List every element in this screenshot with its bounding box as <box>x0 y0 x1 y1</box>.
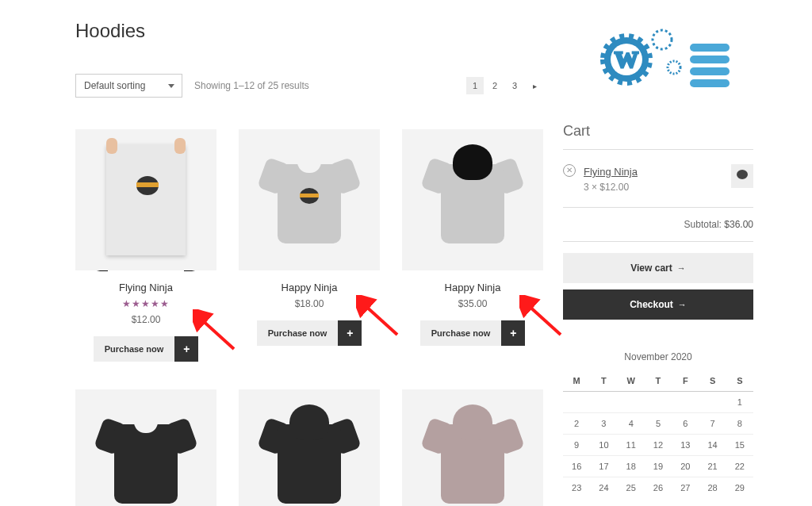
calendar-day <box>645 392 672 413</box>
calendar-title: November 2020 <box>563 351 753 362</box>
purchase-button[interactable]: Purchase now <box>257 320 339 346</box>
product-card[interactable] <box>402 389 543 506</box>
add-to-cart-button[interactable]: + <box>174 336 198 362</box>
page-title: Hoodies <box>75 20 543 42</box>
svg-point-4 <box>668 61 680 74</box>
product-title: Happy Ninja <box>402 282 543 293</box>
svg-rect-8 <box>690 79 730 87</box>
calendar-dow: W <box>618 370 645 392</box>
product-card[interactable]: Happy Ninja $18.00 Purchase now + <box>239 129 380 362</box>
calendar-day[interactable]: 29 <box>726 477 753 499</box>
cart-item: ✕ Flying Ninja 3 × $12.00 <box>563 164 753 193</box>
calendar-day[interactable]: 2 <box>563 413 590 435</box>
calendar-dow: T <box>590 370 617 392</box>
calendar-widget: November 2020 MTWTFSS 123456789101112131… <box>563 351 753 498</box>
product-card[interactable]: Happy Ninja $35.00 Purchase now + <box>402 129 543 362</box>
calendar-day[interactable]: 27 <box>672 477 699 499</box>
arrow-right-icon: → <box>678 300 687 309</box>
calendar-dow: F <box>672 370 699 392</box>
calendar-day[interactable]: 20 <box>672 456 699 477</box>
cart-item-name-link[interactable]: Flying Ninja <box>584 166 638 178</box>
calendar-day[interactable]: 22 <box>726 456 753 477</box>
calendar-dow: M <box>563 370 590 392</box>
calendar-day <box>563 392 590 413</box>
svg-text:W: W <box>615 46 638 72</box>
page-2-button[interactable]: 2 <box>486 77 504 94</box>
view-cart-button[interactable]: View cart→ <box>563 253 753 283</box>
add-to-cart-button[interactable]: + <box>501 320 525 346</box>
remove-item-button[interactable]: ✕ <box>563 164 576 177</box>
calendar-day[interactable]: 25 <box>618 477 645 499</box>
product-card[interactable] <box>75 389 216 506</box>
product-image <box>75 389 216 506</box>
calendar-day <box>672 392 699 413</box>
calendar-day[interactable]: 14 <box>699 435 726 456</box>
calendar-day[interactable]: 21 <box>699 456 726 477</box>
product-card[interactable] <box>239 389 380 506</box>
product-price: $35.00 <box>402 298 543 309</box>
calendar-day[interactable]: 5 <box>645 413 672 435</box>
calendar-day[interactable]: 17 <box>590 456 617 477</box>
page-1-button[interactable]: 1 <box>466 77 484 94</box>
calendar-day <box>699 392 726 413</box>
calendar-day[interactable]: 18 <box>618 456 645 477</box>
product-grid: Flying Ninja ★★★★★ $12.00 Purchase now + <box>75 129 543 506</box>
checkout-button[interactable]: Checkout→ <box>563 289 753 320</box>
calendar-day[interactable]: 24 <box>590 477 617 499</box>
calendar-day[interactable]: 19 <box>645 456 672 477</box>
sort-select[interactable]: Default sorting <box>75 74 182 98</box>
purchase-button[interactable]: Purchase now <box>420 320 502 346</box>
arrow-right-icon: → <box>677 263 686 273</box>
product-title: Flying Ninja <box>75 282 216 293</box>
cart-widget: Cart ✕ Flying Ninja 3 × $12.00 Subtotal:… <box>563 123 753 320</box>
product-price: $12.00 <box>75 314 216 325</box>
svg-rect-7 <box>690 67 730 75</box>
calendar-day[interactable]: 15 <box>726 435 753 456</box>
calendar-day <box>590 392 617 413</box>
calendar-day[interactable]: 26 <box>645 477 672 499</box>
calendar-day <box>618 392 645 413</box>
page-next-button[interactable]: ▸ <box>526 77 543 94</box>
calendar-day[interactable]: 16 <box>563 456 590 477</box>
cart-subtotal: Subtotal: $36.00 <box>563 207 753 242</box>
divider <box>563 149 753 150</box>
cart-item-thumb <box>731 164 753 188</box>
calendar-day[interactable]: 1 <box>726 392 753 413</box>
svg-point-3 <box>653 30 672 49</box>
calendar-day[interactable]: 4 <box>618 413 645 435</box>
svg-rect-5 <box>690 44 730 52</box>
calendar-day[interactable]: 6 <box>672 413 699 435</box>
page-3-button[interactable]: 3 <box>506 77 523 94</box>
subtotal-label: Subtotal: <box>684 219 722 230</box>
calendar-dow: S <box>699 370 726 392</box>
calendar-day[interactable]: 28 <box>699 477 726 499</box>
purchase-button[interactable]: Purchase now <box>94 336 175 362</box>
brand-logo: W <box>563 20 753 99</box>
cart-heading: Cart <box>563 123 753 140</box>
calendar-day[interactable]: 10 <box>590 435 617 456</box>
calendar-day[interactable]: 3 <box>590 413 617 435</box>
products-toolbar: Default sorting Showing 1–12 of 25 resul… <box>75 74 543 98</box>
calendar-day[interactable]: 9 <box>563 435 590 456</box>
product-image <box>402 389 543 506</box>
product-card[interactable]: Flying Ninja ★★★★★ $12.00 Purchase now + <box>75 129 216 362</box>
product-image <box>239 389 380 506</box>
product-price: $18.00 <box>239 298 380 309</box>
calendar-day[interactable]: 13 <box>672 435 699 456</box>
calendar-table: MTWTFSS 12345678910111213141516171819202… <box>563 370 753 498</box>
result-count: Showing 1–12 of 25 results <box>194 80 309 91</box>
product-image <box>239 129 380 270</box>
calendar-dow: S <box>726 370 753 392</box>
product-title: Happy Ninja <box>239 282 380 293</box>
add-to-cart-button[interactable]: + <box>338 320 362 346</box>
calendar-day[interactable]: 8 <box>726 413 753 435</box>
product-image <box>75 129 216 270</box>
calendar-day[interactable]: 11 <box>618 435 645 456</box>
calendar-day[interactable]: 23 <box>563 477 590 499</box>
svg-rect-6 <box>690 56 730 63</box>
calendar-day[interactable]: 12 <box>645 435 672 456</box>
product-image <box>402 129 543 270</box>
subtotal-value: $36.00 <box>724 219 753 230</box>
star-rating-icon: ★★★★★ <box>75 298 216 309</box>
calendar-day[interactable]: 7 <box>699 413 726 435</box>
